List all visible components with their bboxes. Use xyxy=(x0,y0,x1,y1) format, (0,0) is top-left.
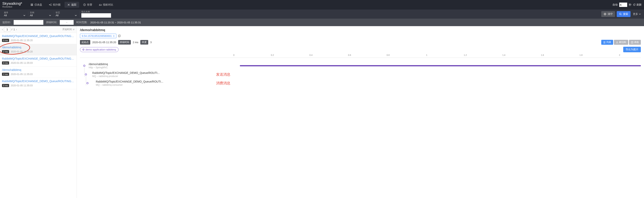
trace-item[interactable]: RabbitMQ/Topic/EXCHANGE_DEMO_Queue/ROUTI… xyxy=(0,56,76,67)
span-label: 跨度 xyxy=(140,40,148,44)
span-dot-icon xyxy=(83,65,85,67)
filter-service[interactable]: 服务 All xyxy=(2,11,28,17)
filter-instance-label: 实例 xyxy=(30,11,51,14)
filter-endpoint-input[interactable] xyxy=(81,13,111,18)
view-tree-button[interactable]: 树结构 xyxy=(614,40,628,45)
trace-item-duration: 0 ms xyxy=(2,39,9,42)
pager-next[interactable]: › xyxy=(16,28,17,31)
nav-alarm-label: 告警 xyxy=(87,3,92,6)
trace-item-name: RabbitMQ/Topic/EXCHANGE_DEMO_Queue/ROUTI… xyxy=(2,34,74,38)
nav-dashboard[interactable]: 仪表盘 xyxy=(28,2,45,8)
trace-list-panel: ‹ / 1 › 开始时间 RabbitMQ/Topic/EXCHANGE_DEM… xyxy=(0,26,77,198)
legend-dot-icon xyxy=(82,49,84,50)
span-dot-icon xyxy=(85,74,87,76)
svg-point-8 xyxy=(617,41,618,42)
axis-tick: 0.6 xyxy=(330,54,369,56)
span-row[interactable]: RabbitMQ/Topic/EXCHANGE_DEMO_Queue/ROUTI… xyxy=(80,70,641,79)
refresh-label: 刷新 xyxy=(636,3,642,6)
span-annotation: 消费消息 xyxy=(216,81,240,86)
span-value: 3 xyxy=(150,41,152,44)
pager-prev[interactable]: ‹ xyxy=(2,28,3,31)
svg-point-2 xyxy=(51,5,52,6)
nav-trace-label: 追踪 xyxy=(71,3,76,6)
filter-bar: 服务 All 实例 All 状态 All 端点名称 清空 搜索 更多 xyxy=(0,10,644,18)
trace-detail-panel: /demo/rabbitmq 9.54.15781953206580001 起始… xyxy=(77,26,644,198)
axis-tick: 0.8 xyxy=(369,54,408,56)
search-icon xyxy=(619,13,622,16)
axis-tick: 1.8 xyxy=(562,54,600,56)
search-button[interactable]: 搜索 xyxy=(617,11,630,17)
auto-label: 自动 xyxy=(612,3,618,6)
duration-input[interactable] xyxy=(60,20,74,25)
more-button[interactable]: 更多 xyxy=(632,11,642,17)
refresh-button[interactable]: 刷新 xyxy=(633,3,642,6)
chevron-down-icon xyxy=(49,14,51,16)
span-row[interactable]: /demo/rabbitmqHttp – SpringMVC xyxy=(80,62,641,70)
legend-chip[interactable]: demo-application-rabbitmq xyxy=(80,47,118,52)
nav-trace[interactable]: 追踪 xyxy=(64,2,79,8)
filter-state-value: All xyxy=(56,14,58,17)
export-image-button[interactable]: 导出为图片 xyxy=(623,47,641,52)
filter-state[interactable]: 状态 All xyxy=(54,11,80,17)
view-list-button[interactable]: 列表 xyxy=(601,40,613,45)
nav-alarm[interactable]: 告警 xyxy=(80,2,95,8)
nav: 仪表盘 拓扑图 追踪 告警 指标对比 xyxy=(28,2,116,8)
time-axis: 00.20.40.60.811.21.41.61.82 xyxy=(80,54,641,58)
nav-compare-label: 指标对比 xyxy=(103,3,113,6)
trace-item[interactable]: RabbitMQ/Topic/EXCHANGE_DEMO_Queue/ROUTI… xyxy=(0,33,76,44)
span-name: RabbitMQ/Topic/EXCHANGE_DEMO_Queue/ROUTI… xyxy=(96,80,211,83)
svg-point-1 xyxy=(51,4,52,4)
view-table-button[interactable]: 表格 xyxy=(629,40,641,45)
span-dot-icon xyxy=(86,82,88,84)
axis-tick: 1.2 xyxy=(446,54,484,56)
auto-refresh: 自动 秒 刷新 xyxy=(612,2,642,7)
chevron-down-icon xyxy=(75,14,77,16)
main: ‹ / 1 › 开始时间 RabbitMQ/Topic/EXCHANGE_DEM… xyxy=(0,26,644,198)
trace-id-value: 9.54.15781953206580001 xyxy=(82,34,112,38)
updown-icon xyxy=(113,35,114,37)
nav-topology[interactable]: 拓扑图 xyxy=(46,2,63,8)
timerange-value[interactable]: 2020-01-05 11:20:31 ~ 2020-01-05 11:35:3… xyxy=(90,21,141,24)
logo: Skywalking◐ Rocketbot xyxy=(2,2,22,8)
sort-icon xyxy=(73,28,74,30)
axis-tick: 0.2 xyxy=(253,54,292,56)
clear-button[interactable]: 清空 xyxy=(601,11,615,17)
dur-label: 持续时间 xyxy=(118,40,131,44)
pager-sep: / xyxy=(12,28,12,31)
span-name: RabbitMQ/Topic/EXCHANGE_DEMO_Queue/ROUTI… xyxy=(92,71,211,74)
trace-item-time: 2020-01-05 11:35:03 xyxy=(11,62,33,64)
traceid-input[interactable] xyxy=(14,20,43,25)
list-icon xyxy=(603,41,606,44)
legend-label: demo-application-rabbitmq xyxy=(86,48,116,51)
filter-service-label: 服务 xyxy=(4,11,25,14)
tree-icon xyxy=(616,41,618,44)
topology-icon xyxy=(49,3,52,6)
view-tree-label: 树结构 xyxy=(619,40,626,44)
nav-compare[interactable]: 指标对比 xyxy=(96,2,116,8)
pager-page-input[interactable] xyxy=(4,27,10,32)
nav-dashboard-label: 仪表盘 xyxy=(34,3,42,6)
pager: ‹ / 1 › xyxy=(2,27,17,32)
trace-list: RabbitMQ/Topic/EXCHANGE_DEMO_Queue/ROUTI… xyxy=(0,33,76,89)
trace-item[interactable]: /demo/rabbitmq2 ms2020-01-05 11:35:03 xyxy=(0,67,76,78)
nav-topology-label: 拓扑图 xyxy=(53,3,60,6)
span-row[interactable]: RabbitMQ/Topic/EXCHANGE_DEMO_Queue/ROUTI… xyxy=(80,79,641,88)
alarm-icon xyxy=(83,3,86,6)
trace-item-duration: 2 ms xyxy=(2,50,9,53)
detail-title: /demo/rabbitmq xyxy=(80,28,641,32)
trace-item-duration: 2 ms xyxy=(2,73,9,76)
filter-service-value: All xyxy=(4,14,7,17)
trace-item[interactable]: /demo/rabbitmq2 ms2020-01-05 11:35:20 xyxy=(0,44,76,56)
auto-seconds-input[interactable] xyxy=(619,2,627,7)
copy-icon[interactable] xyxy=(118,35,121,38)
duration-label: 持续时间: xyxy=(46,20,57,24)
trace-id-select[interactable]: 9.54.15781953206580001 xyxy=(80,34,116,38)
trace-item[interactable]: RabbitMQ/Topic/EXCHANGE_DEMO_Queue/ROUTI… xyxy=(0,78,76,89)
axis-tick: 1.4 xyxy=(484,54,523,56)
chevron-down-icon xyxy=(639,13,641,15)
table-icon xyxy=(631,41,633,44)
auto-unit: 秒 xyxy=(629,3,631,6)
sort-dropdown[interactable]: 开始时间 xyxy=(62,28,74,31)
start-value: 2020-01-05 11:35:20 xyxy=(92,41,116,44)
filter-instance[interactable]: 实例 All xyxy=(28,11,54,17)
